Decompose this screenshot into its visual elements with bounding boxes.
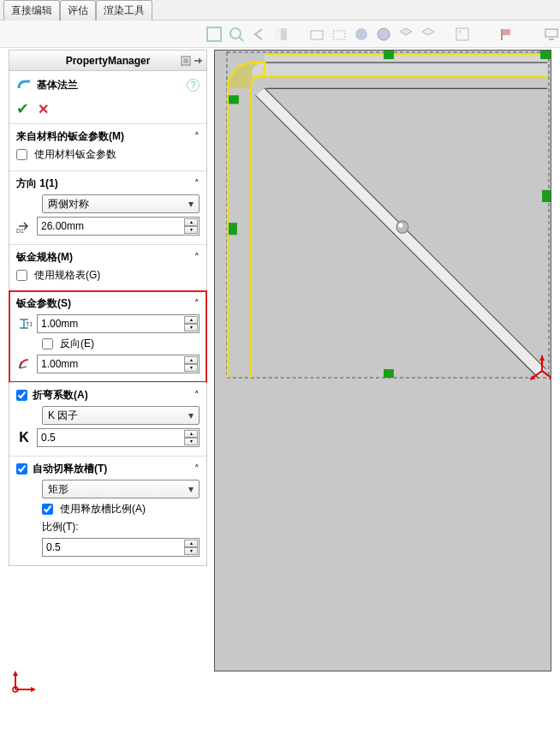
direction-title: 方向 1(1)	[16, 176, 58, 191]
depth-d1-icon: D1	[16, 218, 32, 234]
scene-icon[interactable]	[454, 26, 471, 43]
svg-rect-43	[384, 369, 394, 378]
svg-line-2	[239, 37, 243, 41]
monitor-icon[interactable]	[543, 26, 560, 43]
tab-direct-edit[interactable]: 直接编辑	[3, 0, 60, 21]
display-style-icon[interactable]	[308, 26, 325, 43]
relief-title: 自动切释放槽(T)	[33, 462, 107, 476]
relief-ratio-spinner[interactable]: ▴▾	[184, 540, 198, 555]
svg-point-36	[396, 221, 408, 233]
svg-point-37	[398, 224, 402, 228]
graphics-viewport[interactable]	[214, 50, 551, 671]
model-preview	[215, 51, 551, 671]
svg-rect-0	[207, 27, 221, 41]
prev-view-icon[interactable]	[250, 26, 267, 43]
use-gauge-label: 使用规格表(G)	[34, 268, 100, 283]
view-toolbar	[0, 21, 560, 48]
kfactor-field[interactable]: ▴▾	[37, 428, 200, 447]
svg-rect-5	[311, 31, 323, 39]
svg-marker-53	[31, 687, 36, 692]
ok-cancel-row: ✔ ✕	[9, 99, 206, 123]
chevron-up-icon[interactable]: ˄	[194, 298, 200, 309]
view-cube2-icon[interactable]	[420, 26, 437, 43]
tab-evaluate[interactable]: 评估	[60, 0, 96, 21]
radius-field[interactable]: ▴▾	[37, 355, 200, 373]
use-relief-ratio-checkbox[interactable]	[42, 504, 53, 515]
depth-field[interactable]: ▴▾	[37, 217, 200, 236]
tab-render-tools[interactable]: 渲染工具	[96, 0, 152, 21]
thickness-input[interactable]	[38, 318, 199, 330]
svg-rect-6	[333, 31, 345, 39]
radius-input[interactable]	[38, 358, 199, 370]
thickness-spinner[interactable]: ▴▾	[184, 316, 198, 331]
svg-rect-42	[542, 190, 551, 202]
chevron-up-icon[interactable]: ˄	[194, 390, 200, 401]
params-title: 钣金参数(S)	[16, 296, 71, 311]
thickness-icon: T1	[16, 316, 32, 331]
top-tabs: 直接编辑 评估 渲染工具	[0, 0, 560, 21]
svg-rect-39	[540, 51, 551, 59]
svg-point-10	[458, 30, 462, 33]
svg-marker-51	[13, 671, 18, 676]
feature-row: 基体法兰 ?	[9, 71, 206, 99]
view-cube-icon[interactable]	[397, 26, 414, 43]
shaded-icon[interactable]	[353, 26, 370, 43]
depth-input[interactable]	[38, 220, 199, 232]
use-material-checkbox[interactable]	[16, 149, 27, 160]
section-auto-relief: 自动切释放槽(T) ˄ 矩形 使用释放槽比例(A) 比例(T): ▴▾	[9, 456, 206, 565]
section-material: 来自材料的钣金参数(M)˄ 使用材料钣金参数	[9, 123, 206, 170]
reverse-checkbox[interactable]	[42, 338, 53, 349]
svg-text:D1: D1	[16, 228, 24, 234]
bend-enable-checkbox[interactable]	[16, 390, 27, 401]
chevron-up-icon[interactable]: ˄	[194, 131, 200, 142]
thickness-field[interactable]: ▴▾	[37, 314, 200, 333]
relief-ratio-input[interactable]	[43, 541, 199, 553]
section-view-icon[interactable]	[272, 26, 289, 43]
svg-rect-9	[456, 28, 468, 40]
hidden-lines-icon[interactable]	[331, 26, 348, 43]
relief-type-dropdown[interactable]: 矩形	[42, 480, 200, 498]
radius-spinner[interactable]: ▴▾	[184, 356, 198, 372]
svg-rect-40	[229, 95, 239, 104]
svg-point-8	[378, 28, 390, 40]
flag-icon[interactable]	[498, 26, 515, 43]
svg-rect-38	[384, 51, 394, 59]
chevron-up-icon[interactable]: ˄	[194, 252, 200, 263]
relief-ratio-field[interactable]: ▴▾	[42, 538, 200, 557]
zoom-area-icon[interactable]	[228, 26, 245, 43]
feature-name: 基体法兰	[37, 78, 78, 92]
kfactor-spinner[interactable]: ▴▾	[184, 430, 198, 445]
depth-spinner[interactable]: ▴▾	[184, 218, 198, 234]
ok-button[interactable]: ✔	[16, 99, 29, 118]
svg-rect-41	[229, 223, 237, 235]
relief-enable-checkbox[interactable]	[16, 463, 27, 474]
kfactor-icon: K	[16, 430, 32, 445]
direction-type-dropdown[interactable]: 两侧对称	[42, 194, 200, 213]
gauge-title: 钣金规格(M)	[16, 250, 73, 265]
use-relief-ratio-label: 使用释放槽比例(A)	[60, 502, 146, 516]
zoom-fit-icon[interactable]	[206, 26, 223, 43]
property-manager-panel: PropertyManager 基体法兰 ? ✔ ✕ 来自材料的钣金参数(M)˄…	[9, 50, 207, 566]
bend-type-dropdown[interactable]: K 因子	[42, 406, 200, 425]
section-sheetmetal-params: 钣金参数(S)˄ T1 ▴▾ 反向(E) ▴▾	[9, 290, 207, 383]
shaded-edges-icon[interactable]	[375, 26, 392, 43]
section-bend-allowance: 折弯系数(A) ˄ K 因子 K ▴▾	[9, 382, 206, 456]
help-icon[interactable]: ?	[187, 79, 200, 92]
chevron-up-icon[interactable]: ˄	[194, 463, 200, 474]
svg-rect-4	[275, 28, 281, 40]
svg-text:T1: T1	[26, 321, 32, 327]
svg-point-7	[355, 28, 367, 40]
bend-radius-icon	[16, 356, 32, 372]
use-gauge-checkbox[interactable]	[16, 270, 27, 281]
pin-icon[interactable]	[193, 56, 203, 66]
relief-ratio-label: 比例(T):	[42, 520, 79, 534]
chevron-up-icon[interactable]: ˄	[194, 178, 200, 189]
material-title: 来自材料的钣金参数(M)	[16, 129, 124, 144]
kfactor-input[interactable]	[38, 432, 199, 444]
origin-triad-icon	[12, 669, 38, 697]
pm-title: PropertyManager	[66, 55, 151, 67]
cancel-button[interactable]: ✕	[38, 101, 49, 117]
svg-marker-45	[539, 355, 545, 361]
pm-menu-icon[interactable]	[181, 56, 191, 66]
svg-line-34	[256, 95, 539, 378]
